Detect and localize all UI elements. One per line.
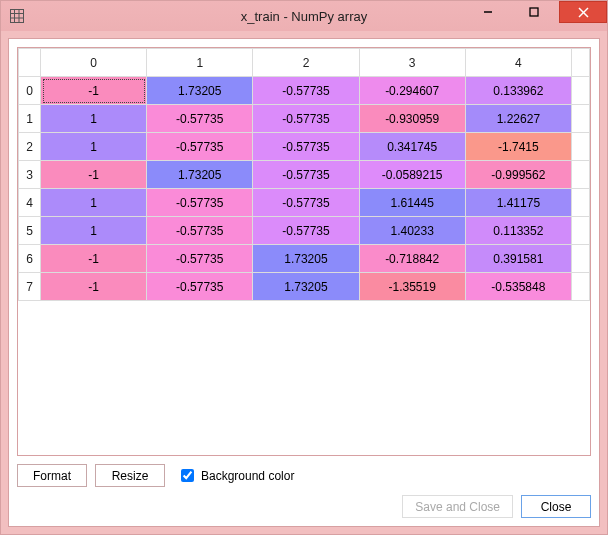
grid-cell[interactable]: -0.57735 [253,133,359,161]
grid-cell[interactable]: -0.294607 [359,77,465,105]
grid-cell-blank [572,217,590,245]
grid-cell[interactable]: -0.57735 [147,245,253,273]
grid-cell[interactable]: 0.341745 [359,133,465,161]
grid-cell[interactable]: -0.930959 [359,105,465,133]
maximize-button[interactable] [511,1,557,23]
svg-rect-6 [530,8,538,16]
grid-cell[interactable]: -1.35519 [359,273,465,301]
grid-cell[interactable]: 1.61445 [359,189,465,217]
row-header[interactable]: 0 [19,77,41,105]
grid-cell[interactable]: -0.535848 [465,273,571,301]
grid-cell[interactable]: 1.22627 [465,105,571,133]
grid-cell[interactable]: -0.57735 [253,77,359,105]
grid-cell[interactable]: 1 [41,189,147,217]
grid-cell[interactable]: 1.73205 [253,245,359,273]
grid-cell-blank [572,273,590,301]
save-and-close-button[interactable]: Save and Close [402,495,513,518]
svg-rect-0 [11,10,24,23]
grid-cell[interactable]: -1 [41,161,147,189]
grid-cell[interactable]: -0.718842 [359,245,465,273]
row-header[interactable]: 3 [19,161,41,189]
grid-cell[interactable]: -1 [41,77,147,105]
row-header[interactable]: 6 [19,245,41,273]
close-window-button[interactable] [559,1,607,23]
grid-cell-blank [572,77,590,105]
format-button[interactable]: Format [17,464,87,487]
grid-cell[interactable]: 1.73205 [147,161,253,189]
titlebar[interactable]: x_train - NumPy array [1,1,607,31]
grid-cell[interactable]: 1.41175 [465,189,571,217]
grid-cell-blank [572,161,590,189]
col-header-blank [572,49,590,77]
grid-cell-blank [572,189,590,217]
col-header[interactable]: 4 [465,49,571,77]
grid-cell[interactable]: -0.57735 [147,105,253,133]
bgcolor-checkbox-wrap[interactable]: Background color [177,466,294,485]
grid-cell[interactable]: 1 [41,133,147,161]
footer-controls: Format Resize Background color [17,456,591,487]
grid-cell[interactable]: -0.57735 [147,189,253,217]
grid-cell[interactable]: -0.999562 [465,161,571,189]
grid-cell[interactable]: 1.40233 [359,217,465,245]
grid-cell[interactable]: -0.57735 [253,217,359,245]
app-icon [9,8,25,24]
grid-cell[interactable]: 1.73205 [147,77,253,105]
dialog-buttons: Save and Close Close [17,487,591,518]
grid-cell-blank [572,133,590,161]
client-area: 012340-11.73205-0.57735-0.2946070.133962… [8,38,600,527]
grid-cell[interactable]: -0.57735 [147,273,253,301]
window-buttons [465,1,607,31]
grid-cell[interactable]: -1.7415 [465,133,571,161]
col-header[interactable]: 0 [41,49,147,77]
grid-cell[interactable]: 1 [41,217,147,245]
col-header[interactable]: 2 [253,49,359,77]
row-header[interactable]: 2 [19,133,41,161]
grid-cell[interactable]: 1.73205 [253,273,359,301]
grid-cell[interactable]: -1 [41,245,147,273]
col-header[interactable]: 1 [147,49,253,77]
minimize-button[interactable] [465,1,511,23]
row-header[interactable]: 1 [19,105,41,133]
grid-cell[interactable]: 1 [41,105,147,133]
close-button[interactable]: Close [521,495,591,518]
array-grid-wrap[interactable]: 012340-11.73205-0.57735-0.2946070.133962… [17,47,591,456]
grid-cell[interactable]: -0.57735 [253,161,359,189]
grid-cell-blank [572,105,590,133]
grid-cell[interactable]: -0.57735 [147,133,253,161]
row-header[interactable]: 4 [19,189,41,217]
array-grid[interactable]: 012340-11.73205-0.57735-0.2946070.133962… [18,48,590,301]
row-header[interactable]: 7 [19,273,41,301]
resize-button[interactable]: Resize [95,464,165,487]
grid-cell[interactable]: -0.0589215 [359,161,465,189]
grid-cell[interactable]: -0.57735 [253,105,359,133]
col-header[interactable]: 3 [359,49,465,77]
grid-cell-blank [572,245,590,273]
row-header[interactable]: 5 [19,217,41,245]
grid-cell[interactable]: -1 [41,273,147,301]
grid-cell[interactable]: -0.57735 [147,217,253,245]
grid-cell[interactable]: 0.133962 [465,77,571,105]
grid-cell[interactable]: 0.391581 [465,245,571,273]
grid-cell[interactable]: -0.57735 [253,189,359,217]
grid-corner [19,49,41,77]
bgcolor-checkbox[interactable] [181,469,194,482]
bgcolor-label: Background color [201,469,294,483]
window-frame: x_train - NumPy array 012340-11.73205-0.… [0,0,608,535]
grid-cell[interactable]: 0.113352 [465,217,571,245]
